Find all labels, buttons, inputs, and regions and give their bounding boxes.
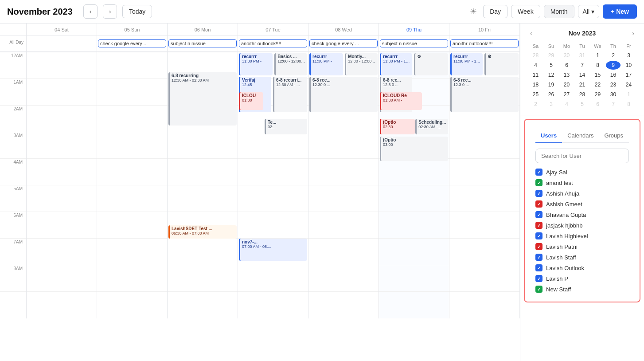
mini-date[interactable]: 5 [544,61,558,70]
mini-date[interactable]: 4 [559,100,574,109]
mini-date[interactable]: 6 [559,61,574,70]
mini-date[interactable]: 26 [544,90,558,99]
mini-date[interactable]: 18 [528,80,543,89]
allday-event-sun[interactable]: check google every ... [98,39,166,47]
prev-button[interactable]: ‹ [83,4,98,19]
mini-next-button[interactable]: › [629,29,637,38]
mini-date[interactable]: 17 [621,71,636,79]
mini-date[interactable]: 2 [606,51,621,60]
allday-event-wed[interactable]: check google every ... [309,39,378,47]
allday-event-mon[interactable]: subject n nissue [168,39,237,47]
allday-event-fri[interactable]: anoithr outloook!!!! [450,39,519,47]
mini-date[interactable]: 28 [528,51,543,60]
user-item-ashish-ahuja[interactable]: Ashish Ahuja [535,190,629,197]
new-event-button[interactable]: + New [603,4,637,19]
event-thu-icloud[interactable]: ICLOUD Re 01:30 AM - [380,92,422,110]
mini-date[interactable]: 23 [606,80,621,89]
allday-event-tue[interactable]: anoithr outloook!!!! [239,39,307,47]
user-item-lavish-outlook[interactable]: Lavish Outlook [535,264,629,271]
mini-date[interactable]: 7 [606,100,621,109]
mini-date[interactable]: 12 [544,71,558,79]
allday-cell-mon[interactable]: subject n nissue [168,35,238,51]
mini-date[interactable]: 30 [559,51,574,60]
mini-date[interactable]: 8 [621,100,636,109]
mini-date[interactable]: 29 [590,90,605,99]
tab-calendars[interactable]: Calendars [562,129,599,143]
day-view-button[interactable]: Day [483,5,507,18]
mini-date[interactable]: 1 [590,51,605,60]
mini-date-today[interactable]: 9 [606,61,621,70]
mini-date[interactable]: 22 [590,80,605,89]
user-item-new-staff[interactable]: New Staff [535,286,629,293]
event-mon-lavishsdet[interactable]: LavishSDET Test ... 06:30 AM - 07:00 AM [168,225,237,239]
event-wed-montly[interactable]: Montly... 12:00 - 12:00... [345,53,378,75]
event-tue-te[interactable]: Te... 02:... [265,119,307,134]
mini-date[interactable]: 2 [528,100,543,109]
user-item-lavish-patni[interactable]: Lavish Patni [535,243,629,250]
mini-date[interactable]: 30 [606,90,621,99]
event-tue-icloud[interactable]: ICLOU 01:30 [239,92,263,110]
event-wed-68rec[interactable]: 6-8 rec... 12:30 0 ... [309,77,378,112]
event-thu-optio2[interactable]: (Optio 03:00 [380,137,448,161]
user-item-bhavana[interactable]: Bhavana Gupta [535,211,629,218]
event-mon-recurring[interactable]: 6-8 recurring 12:30 AM - 02:30 AM [168,72,237,126]
mini-date[interactable]: 27 [559,90,574,99]
today-button[interactable]: Today [122,5,152,18]
event-thu-optio1[interactable]: (Optio 02:30 [380,119,415,134]
event-tue-basics[interactable]: Basics ... 12:00 - 12:00 P... [274,53,307,75]
user-item-lavish-p[interactable]: Lavish P [535,275,629,282]
allday-cell-thu[interactable]: subject n nissue [379,35,449,51]
tab-users[interactable]: Users [535,129,562,143]
event-fri-recurrr[interactable]: recurrr 11:30 PM - 12:3... [450,53,483,75]
allday-cell-tue[interactable]: anoithr outloook!!!! [238,35,308,51]
user-item-jasjask[interactable]: jasjask hjbbhb [535,222,629,229]
user-item-ashish-gmeet[interactable]: Ashish Gmeet [535,200,629,208]
event-tue-recurrr[interactable]: recurrr 11:30 PM - [239,53,273,75]
event-thu-scheduling[interactable]: Scheduling... 02:30 AM -... [415,119,448,134]
user-item-ajay[interactable]: Ajay Sai [535,169,629,176]
mini-date[interactable]: 25 [528,90,543,99]
event-thu-settings[interactable]: ⚙ [414,53,448,75]
mini-date[interactable]: 24 [621,80,636,89]
mini-date[interactable]: 1 [621,90,636,99]
mini-date[interactable]: 6 [590,100,605,109]
mini-date[interactable]: 15 [590,71,605,79]
mini-date[interactable]: 28 [575,90,589,99]
mini-date[interactable]: 31 [575,51,589,60]
event-thu-recurrr[interactable]: recurrr 11:30 PM - 12:3... [380,53,412,75]
event-tue-68recurri[interactable]: 6-8 recurri... 12:30 AM - ... [273,77,307,112]
allday-cell-fri[interactable]: anoithr outloook!!!! [449,35,520,51]
event-fri-settings[interactable]: ⚙ [484,53,519,75]
event-fri-68rec[interactable]: 6-8 rec... 12:3 0 ... [450,77,519,112]
event-wed-recurrr[interactable]: recurrr 11:30 PM - [309,53,343,75]
mini-date[interactable]: 8 [590,61,605,70]
user-item-anand[interactable]: anand test [535,179,629,186]
all-dropdown[interactable]: All ▾ [578,5,600,18]
mini-date[interactable]: 11 [528,71,543,79]
user-item-lavish-highlevel[interactable]: Lavish Highlevel [535,232,629,239]
mini-date[interactable]: 14 [575,71,589,79]
next-button[interactable]: › [103,4,117,19]
tab-groups[interactable]: Groups [599,129,628,143]
event-tue-nov7[interactable]: nov7-... 07:00 AM - 08:... [239,239,307,261]
week-view-button[interactable]: Week [511,5,540,18]
mini-date[interactable]: 3 [621,51,636,60]
mini-date[interactable]: 4 [528,61,543,70]
allday-cell-wed[interactable]: check google every ... [308,35,379,51]
allday-cell-sun[interactable]: check google every ... [97,35,168,51]
mini-date[interactable]: 13 [559,71,574,79]
mini-date[interactable]: 10 [621,61,636,70]
mini-date[interactable]: 16 [606,71,621,79]
month-view-button[interactable]: Month [544,5,574,18]
user-search-input[interactable] [535,149,629,163]
mini-date[interactable]: 7 [575,61,589,70]
mini-date[interactable]: 3 [544,100,558,109]
mini-date[interactable]: 5 [575,100,589,109]
mini-date[interactable]: 21 [575,80,589,89]
mini-date[interactable]: 29 [544,51,558,60]
theme-icon[interactable]: ☀ [467,5,480,18]
mini-date[interactable]: 20 [559,80,574,89]
user-item-lavish-staff[interactable]: Lavish Staff [535,254,629,261]
mini-date[interactable]: 19 [544,80,558,89]
allday-event-thu[interactable]: subject n nissue [380,39,448,47]
